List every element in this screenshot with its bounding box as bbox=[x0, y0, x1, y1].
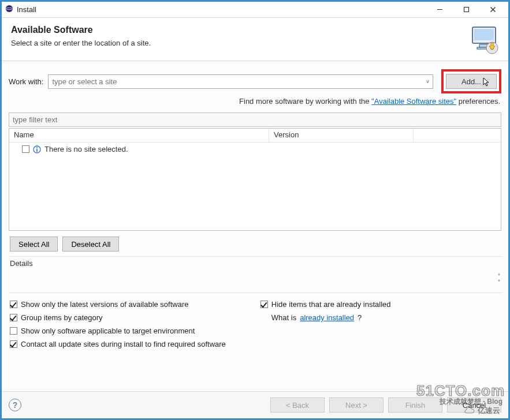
opt-latest-versions[interactable]: Show only the latest versions of availab… bbox=[10, 300, 226, 309]
svg-rect-14 bbox=[36, 149, 38, 152]
opt-label: Show only software applicable to target … bbox=[21, 327, 195, 335]
checkbox-icon[interactable] bbox=[10, 314, 17, 321]
minimize-button[interactable] bbox=[426, 2, 453, 17]
row-checkbox[interactable] bbox=[22, 145, 29, 153]
software-tree: Name Version There is no site selected. bbox=[9, 128, 501, 231]
next-button: Next > bbox=[329, 397, 384, 412]
already-installed-link[interactable]: already installed bbox=[300, 313, 354, 322]
checkbox-icon[interactable] bbox=[260, 301, 268, 308]
already-installed-text: What is already installed ? bbox=[260, 313, 391, 322]
window-title: Install bbox=[17, 5, 36, 14]
column-spacer bbox=[414, 129, 501, 142]
checkbox-icon[interactable] bbox=[10, 340, 17, 348]
deselect-all-button[interactable]: Deselect All bbox=[62, 237, 119, 252]
checkbox-icon[interactable] bbox=[10, 301, 17, 308]
page-subtitle: Select a site or enter the location of a… bbox=[11, 39, 151, 47]
info-icon bbox=[33, 145, 41, 153]
eclipse-icon bbox=[5, 5, 13, 14]
wizard-footer: ? < Back Next > Finish Cancel bbox=[2, 391, 508, 418]
filter-input[interactable] bbox=[9, 112, 501, 127]
opt-label: Contact all update sites during install … bbox=[21, 340, 226, 348]
install-monitor-icon bbox=[469, 25, 499, 55]
opt-group-by-category[interactable]: Group items by category bbox=[10, 313, 226, 322]
close-button[interactable] bbox=[479, 2, 506, 17]
details-box: ▴▾ bbox=[9, 269, 501, 293]
svg-point-13 bbox=[36, 147, 38, 148]
column-version[interactable]: Version bbox=[269, 129, 414, 142]
finish-button: Finish bbox=[388, 397, 442, 412]
add-button[interactable]: Add... bbox=[446, 74, 497, 89]
opt-applicable-target-env[interactable]: Show only software applicable to target … bbox=[10, 327, 226, 335]
svg-rect-3 bbox=[464, 7, 468, 12]
empty-row-label: There is no site selected. bbox=[44, 145, 128, 153]
page-title: Available Software bbox=[11, 25, 151, 35]
header-band: Available Software Select a site or ente… bbox=[2, 18, 508, 61]
details-scroll[interactable]: ▴▾ bbox=[498, 272, 500, 283]
svg-rect-7 bbox=[474, 29, 494, 40]
titlebar: Install bbox=[2, 2, 508, 18]
workwith-input[interactable] bbox=[48, 74, 423, 89]
findmore-text: Find more software by working with the "… bbox=[9, 96, 501, 112]
details-label: Details bbox=[9, 256, 501, 269]
workwith-label: Work with: bbox=[9, 77, 43, 86]
opt-label: Show only the latest versions of availab… bbox=[21, 300, 189, 309]
help-icon[interactable]: ? bbox=[9, 399, 21, 411]
back-button: < Back bbox=[270, 397, 325, 412]
options-left-column: Show only the latest versions of availab… bbox=[10, 300, 226, 348]
column-name[interactable]: Name bbox=[9, 129, 269, 142]
options-right-column: Hide items that are already installed Wh… bbox=[260, 300, 391, 348]
opt-label: Group items by category bbox=[21, 313, 103, 322]
cancel-button[interactable]: Cancel bbox=[447, 397, 501, 412]
workwith-dropdown-arrow[interactable]: v bbox=[423, 74, 433, 89]
maximize-button[interactable] bbox=[453, 2, 479, 17]
add-button-highlight: Add... bbox=[441, 69, 501, 93]
svg-point-0 bbox=[6, 5, 13, 12]
tree-empty-row: There is no site selected. bbox=[9, 144, 501, 155]
select-all-button[interactable]: Select All bbox=[10, 237, 58, 252]
opt-label: Hide items that are already installed bbox=[271, 300, 391, 309]
opt-contact-update-sites[interactable]: Contact all update sites during install … bbox=[10, 340, 226, 348]
available-software-sites-link[interactable]: "Available Software sites" bbox=[371, 97, 456, 106]
checkbox-icon[interactable] bbox=[10, 327, 17, 335]
opt-hide-already-installed[interactable]: Hide items that are already installed bbox=[260, 300, 391, 309]
